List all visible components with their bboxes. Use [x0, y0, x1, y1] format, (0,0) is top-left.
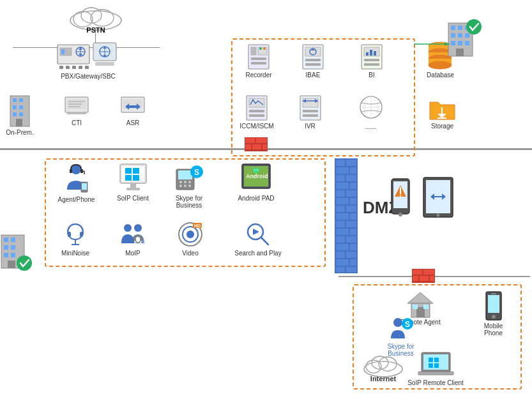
svg-rect-230: [488, 295, 499, 313]
svg-rect-143: [350, 259, 356, 266]
svg-rect-102: [458, 33, 462, 38]
svg-rect-119: [350, 167, 356, 174]
svg-rect-17: [13, 112, 17, 116]
svg-rect-171: [130, 183, 136, 188]
svg-rect-50: [129, 105, 137, 108]
video-block: HD Video: [171, 220, 209, 257]
svg-point-151: [399, 213, 402, 216]
svg-text:HD: HD: [194, 224, 201, 228]
svg-rect-31: [79, 66, 82, 69]
svg-rect-19: [16, 119, 22, 126]
svg-marker-208: [253, 229, 259, 235]
firewall-bottom: [412, 269, 435, 284]
svg-rect-135: [350, 229, 356, 235]
svg-point-157: [437, 214, 440, 217]
svg-rect-107: [456, 49, 464, 56]
svg-rect-215: [11, 253, 15, 257]
moip-label: MoIP: [114, 250, 152, 257]
svg-rect-105: [458, 41, 462, 45]
svg-rect-15: [13, 105, 17, 109]
svg-point-217: [17, 255, 32, 271]
agent-phone-block: Agent/Phone: [52, 163, 100, 203]
soip-remote-label: SoIP Remote Client: [407, 379, 464, 386]
ivr-block: IVR: [293, 95, 328, 130]
svg-rect-221: [413, 276, 418, 281]
svg-rect-112: [245, 144, 251, 149]
skype-business-block: S Skype for Business: [163, 163, 215, 209]
svg-rect-14: [19, 98, 23, 102]
svg-rect-68: [374, 51, 376, 56]
bi-block: BI: [353, 43, 390, 79]
svg-rect-118: [336, 167, 349, 174]
video-label: Video: [171, 250, 209, 257]
svg-rect-167: [125, 168, 132, 174]
svg-rect-113: [252, 144, 261, 149]
soip-remote-block: SoIP Remote Client: [407, 351, 464, 386]
svg-rect-141: [346, 252, 356, 258]
svg-rect-81: [303, 114, 318, 117]
pstn-cloud: PSTN: [67, 1, 125, 34]
svg-rect-169: [125, 175, 132, 181]
svg-point-179: [184, 185, 186, 187]
onprem-area: On-Prem.: [0, 89, 40, 136]
asr-label: ASR: [114, 119, 152, 126]
svg-rect-142: [336, 259, 349, 266]
svg-rect-159: [70, 169, 72, 173]
internet-cloud: Internet: [361, 350, 406, 383]
svg-rect-138: [336, 244, 349, 250]
soip-client-block: SoIP Client: [110, 163, 156, 202]
svg-rect-32: [85, 66, 89, 69]
svg-rect-132: [336, 221, 345, 227]
svg-rect-238: [429, 358, 433, 362]
svg-line-207: [261, 238, 268, 245]
svg-rect-39: [95, 62, 114, 66]
svg-rect-232: [491, 293, 496, 294]
svg-rect-174: [178, 170, 192, 179]
bi-label: BI: [353, 72, 390, 79]
mobile-phone-label: Mobile Phone: [476, 322, 511, 337]
cti-icon-block: CTI: [57, 96, 96, 126]
svg-rect-139: [350, 244, 356, 250]
svg-rect-223: [430, 276, 434, 281]
left-building-icon: [0, 230, 32, 276]
svg-rect-131: [350, 213, 356, 220]
onprem-label: On-Prem.: [0, 129, 40, 136]
svg-rect-29: [66, 66, 70, 69]
svg-point-197: [134, 224, 142, 232]
asr-icon-block: ASR: [114, 96, 152, 126]
svg-rect-170: [133, 175, 139, 181]
ivr-label: IVR: [293, 123, 328, 130]
svg-rect-80: [303, 110, 318, 112]
svg-point-177: [188, 181, 191, 183]
svg-rect-67: [370, 50, 372, 56]
svg-point-196: [124, 224, 132, 232]
svg-rect-133: [346, 221, 356, 227]
svg-rect-18: [19, 112, 23, 116]
skype-business-label: Skype for Business: [163, 195, 215, 209]
moip-block: MoIP: [114, 220, 152, 257]
mobile-phone-block: Mobile Phone: [476, 291, 511, 337]
dmz-mobile-icon: [388, 178, 413, 220]
svg-rect-69: [364, 59, 379, 61]
svg-point-231: [492, 315, 496, 319]
search-play-label: Search and Play: [233, 250, 283, 257]
svg-rect-216: [8, 261, 15, 268]
svg-rect-164: [82, 183, 87, 190]
svg-rect-145: [346, 267, 356, 272]
pbx-icon-block: PBX/Gateway/SBC: [56, 42, 120, 80]
svg-rect-137: [346, 236, 356, 243]
svg-rect-101: [451, 33, 455, 38]
svg-point-176: [184, 181, 186, 183]
svg-rect-110: [245, 138, 255, 143]
svg-point-180: [188, 185, 191, 187]
iccmiscm-block: ICCM/ISCM: [232, 95, 282, 130]
svg-rect-144: [336, 267, 345, 272]
search-play-block: Search and Play: [233, 220, 283, 257]
svg-rect-22: [61, 49, 65, 54]
recorder-block: Recorder: [236, 43, 281, 79]
top-right-building: [447, 18, 482, 61]
svg-rect-74: [249, 114, 264, 117]
arrow-line-1: [414, 40, 449, 41]
svg-point-93: [429, 61, 452, 69]
svg-rect-116: [336, 160, 345, 166]
